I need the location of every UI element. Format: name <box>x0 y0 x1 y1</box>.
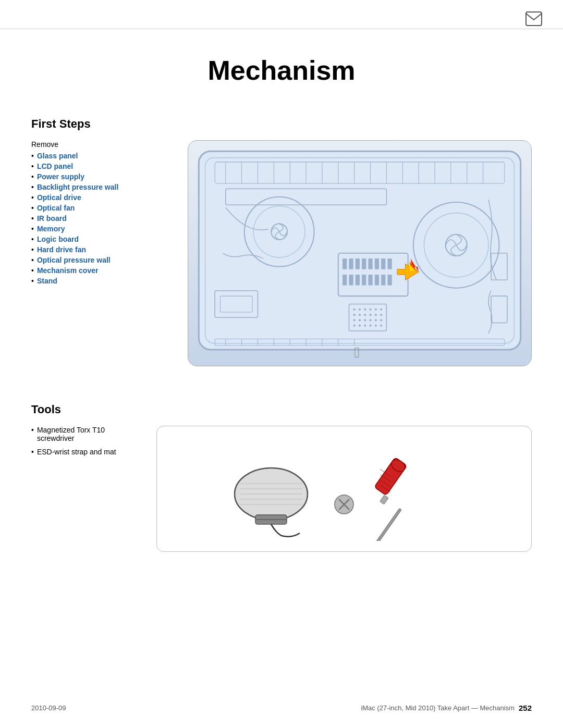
svg-point-71 <box>359 325 361 327</box>
svg-point-58 <box>353 314 356 316</box>
list-item: Power supply <box>31 172 167 181</box>
ir-board-link[interactable]: IR board <box>37 214 67 223</box>
tools-title: Tools <box>31 403 532 416</box>
main-content: First Steps Remove Glass panel LCD panel… <box>0 117 563 552</box>
list-item: Stand <box>31 277 167 285</box>
email-icon-container[interactable] <box>525 11 542 28</box>
footer-date: 2010-09-09 <box>31 704 66 712</box>
svg-point-63 <box>380 314 382 316</box>
first-steps-title: First Steps <box>31 117 532 131</box>
tool-item-label: Magnetized Torx T10 screwdriver <box>37 426 136 442</box>
remove-label: Remove <box>31 140 167 149</box>
footer-doc-title: iMac (27-inch, Mid 2010) Take Apart — Me… <box>361 704 515 712</box>
svg-point-62 <box>375 314 377 316</box>
list-item: Backlight pressure wall <box>31 183 167 191</box>
lcd-panel-link[interactable]: LCD panel <box>37 162 73 170</box>
svg-rect-33 <box>356 258 360 269</box>
svg-point-67 <box>370 319 372 321</box>
top-border <box>0 29 563 29</box>
tools-list: Magnetized Torx T10 screwdriver ESD-wris… <box>31 426 136 456</box>
svg-point-53 <box>359 309 361 311</box>
list-item: Logic board <box>31 235 167 243</box>
steps-list: Glass panel LCD panel Power supply Backl… <box>31 152 167 285</box>
svg-point-65 <box>359 319 361 321</box>
svg-rect-103 <box>380 495 389 504</box>
svg-rect-36 <box>375 258 379 269</box>
list-item: LCD panel <box>31 162 167 170</box>
hard-drive-fan-link[interactable]: Hard drive fan <box>37 245 86 254</box>
tools-section: Tools Magnetized Torx T10 screwdriver ES… <box>31 403 532 552</box>
mac-diagram-box:  <box>188 140 532 366</box>
svg-point-73 <box>370 325 372 327</box>
mechanism-cover-link[interactable]: Mechanism cover <box>37 266 99 275</box>
svg-rect-105 <box>370 508 401 541</box>
glass-panel-link[interactable]: Glass panel <box>37 152 78 160</box>
svg-rect-34 <box>362 258 366 269</box>
optical-fan-link[interactable]: Optical fan <box>37 204 75 212</box>
tools-row: Magnetized Torx T10 screwdriver ESD-wris… <box>31 426 532 552</box>
svg-rect-45 <box>381 275 385 286</box>
list-item: IR board <box>31 214 167 223</box>
first-steps-row: Remove Glass panel LCD panel Power suppl… <box>31 140 532 366</box>
list-item: Hard drive fan <box>31 245 167 254</box>
page-footer: 2010-09-09 iMac (27-inch, Mid 2010) Take… <box>31 704 532 712</box>
svg-point-54 <box>364 309 366 311</box>
tools-left: Magnetized Torx T10 screwdriver ESD-wris… <box>31 426 136 461</box>
svg-rect-32 <box>349 258 353 269</box>
svg-point-61 <box>370 314 372 316</box>
power-supply-link[interactable]: Power supply <box>37 172 84 181</box>
svg-rect-46 <box>388 275 392 286</box>
list-item: ESD-wrist strap and mat <box>31 448 136 456</box>
svg-rect-41 <box>356 275 360 286</box>
svg-point-60 <box>364 314 366 316</box>
list-item: Memory <box>31 225 167 233</box>
backlight-pressure-wall-link[interactable]: Backlight pressure wall <box>37 183 118 191</box>
svg-rect-42 <box>362 275 366 286</box>
svg-rect-40 <box>349 275 353 286</box>
page-title: Mechanism <box>0 44 563 86</box>
page-number: 252 <box>519 704 532 712</box>
footer-right: iMac (27-inch, Mid 2010) Take Apart — Me… <box>361 704 532 712</box>
list-item: Mechanism cover <box>31 266 167 275</box>
svg-rect-39 <box>342 275 347 286</box>
svg-point-57 <box>380 309 382 311</box>
svg-point-64 <box>353 319 356 321</box>
imac-diagram-svg:  <box>193 146 526 361</box>
svg-rect-35 <box>368 258 372 269</box>
svg-point-75 <box>380 325 382 327</box>
tools-image-box <box>156 426 532 552</box>
list-item: Optical drive <box>31 193 167 202</box>
tools-svg <box>214 437 474 541</box>
svg-point-69 <box>380 319 382 321</box>
stand-link[interactable]: Stand <box>37 277 57 285</box>
optical-drive-link[interactable]: Optical drive <box>37 193 81 202</box>
logic-board-link[interactable]: Logic board <box>37 235 79 243</box>
svg-rect-0 <box>526 12 542 26</box>
svg-point-72 <box>364 325 366 327</box>
svg-point-70 <box>353 325 356 327</box>
svg-rect-38 <box>388 258 392 269</box>
svg-point-68 <box>375 319 377 321</box>
svg-rect-31 <box>342 258 347 269</box>
list-item: Magnetized Torx T10 screwdriver <box>31 426 136 442</box>
svg-rect-43 <box>368 275 372 286</box>
svg-rect-44 <box>375 275 379 286</box>
svg-rect-37 <box>381 258 385 269</box>
svg-point-56 <box>375 309 377 311</box>
first-steps-section: First Steps Remove Glass panel LCD panel… <box>31 117 532 366</box>
list-item: Optical fan <box>31 204 167 212</box>
svg-point-59 <box>359 314 361 316</box>
optical-pressure-wall-link[interactable]: Optical pressure wall <box>37 256 111 264</box>
list-item: Optical pressure wall <box>31 256 167 264</box>
svg-point-55 <box>370 309 372 311</box>
first-steps-left: Remove Glass panel LCD panel Power suppl… <box>31 140 167 287</box>
svg-point-52 <box>353 309 356 311</box>
tool-item-label: ESD-wrist strap and mat <box>37 448 116 456</box>
memory-link[interactable]: Memory <box>37 225 65 233</box>
svg-text::  <box>354 344 360 360</box>
svg-point-74 <box>375 325 377 327</box>
svg-point-66 <box>364 319 366 321</box>
list-item: Glass panel <box>31 152 167 160</box>
email-icon <box>525 11 542 26</box>
